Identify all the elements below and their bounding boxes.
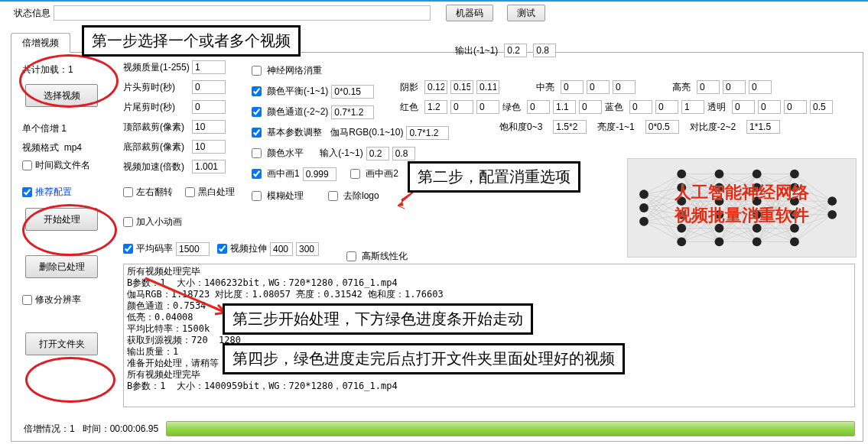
test-button[interactable]: 测试 [507,5,545,21]
gamma-input[interactable] [406,126,449,140]
pip2-checkbox[interactable] [350,169,360,179]
svg-point-160 [790,183,799,193]
video-quality-input[interactable] [192,60,226,74]
r-label: 红色 [400,101,421,114]
a-0[interactable] [732,100,755,114]
a-3[interactable] [810,100,833,114]
add-anim-checkbox[interactable] [123,217,133,227]
blur-checkbox[interactable] [252,191,262,201]
bw-checkbox[interactable] [185,187,195,197]
start-process-button[interactable]: 开始处理 [25,208,98,231]
input-a[interactable] [366,147,389,160]
color-channel-input[interactable] [331,105,374,119]
delete-processed-button[interactable]: 删除已处理 [25,255,98,278]
shadow-2[interactable] [476,80,499,94]
svg-point-145 [677,224,686,233]
r-2[interactable] [476,100,499,114]
pip1-checkbox[interactable] [252,169,262,179]
svg-point-142 [677,183,686,193]
pip1-input[interactable] [303,167,336,181]
r-0[interactable] [424,100,447,114]
hi-2[interactable] [749,80,772,94]
svg-point-139 [639,203,649,212]
svg-point-146 [677,237,686,246]
recommend-config-checkbox[interactable] [22,187,32,197]
bw-label: 黑白处理 [198,186,235,199]
gauss-checkbox[interactable] [346,251,356,261]
svg-line-14 [644,201,681,222]
shadow-label: 阴影 [400,81,421,94]
g-0[interactable] [527,100,550,114]
r-1[interactable] [450,100,473,114]
b-1[interactable] [655,100,678,114]
b-0[interactable] [629,100,652,114]
tail-trim-input[interactable] [192,100,226,114]
out-a[interactable] [504,44,527,57]
speed-input[interactable] [192,160,226,173]
bright-label: 亮度-1~1 [597,121,634,134]
a-2[interactable] [784,100,807,114]
b-2[interactable] [681,100,704,114]
bright-input[interactable] [645,120,679,134]
modify-resolution-checkbox[interactable] [22,295,32,305]
sat-input[interactable] [553,120,587,134]
bottom-crop-input[interactable] [192,140,226,154]
input-range-label: 输入(-1~1) [320,147,362,160]
svg-point-147 [715,170,724,179]
g-2[interactable] [579,100,602,114]
loaded-value: 1 [68,64,73,75]
nn-dedup-checkbox[interactable] [252,66,262,76]
color-level-label: 颜色水平 [267,147,304,160]
top-crop-input[interactable] [192,120,226,134]
svg-point-148 [715,183,724,193]
top-crop-label: 顶部裁剪(像素) [123,121,189,134]
hi-0[interactable] [697,80,720,94]
color-level-checkbox[interactable] [252,148,262,158]
svg-point-159 [790,170,799,179]
time-value: 00:00:06.95 [110,423,158,434]
contrast-input[interactable] [746,120,780,134]
progress-bar [166,421,855,436]
hi-label: 高亮 [672,81,694,94]
machine-code-button[interactable]: 机器码 [446,5,493,21]
hflip-checkbox[interactable] [123,187,133,197]
stretch-checkbox[interactable] [217,244,227,254]
svg-point-157 [753,224,762,233]
color-balance-input[interactable] [331,85,374,99]
avg-bitrate-label: 平均码率 [136,242,173,255]
svg-point-158 [753,237,762,246]
head-trim-input[interactable] [192,80,226,94]
svg-point-151 [715,224,724,233]
a-label: 透明 [707,101,729,114]
out-b[interactable] [533,44,556,57]
open-folder-button[interactable]: 打开文件夹 [25,332,98,355]
svg-point-166 [827,210,837,219]
hi-1[interactable] [723,80,746,94]
hflip-label: 左右翻转 [136,186,173,199]
neural-network-image [627,158,857,258]
select-video-button[interactable]: 选择视频 [25,84,98,107]
avg-bitrate-checkbox[interactable] [123,244,133,254]
a-1[interactable] [758,100,781,114]
color-balance-checkbox[interactable] [252,86,262,96]
basic-adj-checkbox[interactable] [252,128,262,138]
svg-point-162 [790,210,799,219]
video-format-value: mp4 [64,142,82,153]
mid-2[interactable] [613,80,636,94]
blur-label: 模糊处理 [267,190,304,203]
g-1[interactable] [553,100,576,114]
status-input[interactable] [54,5,431,21]
shadow-0[interactable] [424,80,447,94]
mid-1[interactable] [587,80,610,94]
delogo-checkbox[interactable] [328,191,338,201]
avg-bitrate-input[interactable] [176,242,210,256]
tab-multiply-video[interactable]: 倍增视频 [11,33,70,53]
color-channel-checkbox[interactable] [252,107,262,117]
svg-line-137 [795,215,832,241]
timestamp-filename-checkbox[interactable] [22,160,32,170]
video-quality-label: 视频质量(1-255) [123,61,189,74]
shadow-1[interactable] [450,80,473,94]
mid-0[interactable] [561,80,584,94]
input-b[interactable] [392,147,415,160]
svg-point-149 [715,196,724,206]
